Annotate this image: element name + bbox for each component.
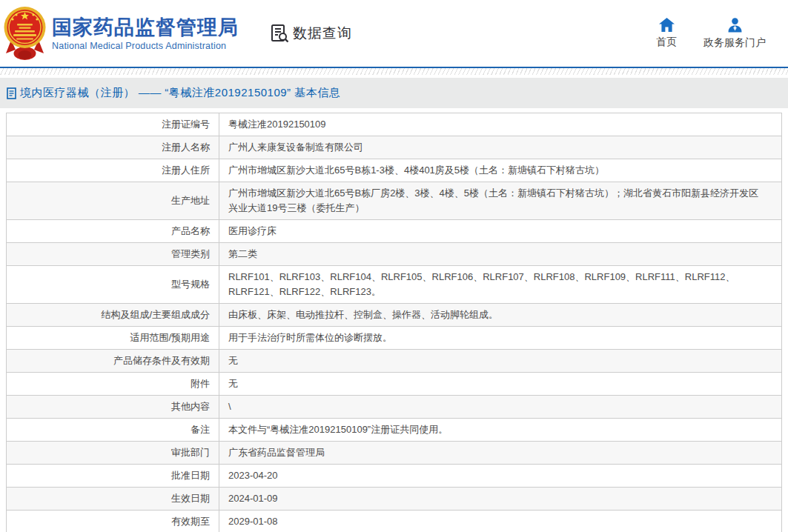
field-value: 本文件与“粤械注准20192150109”注册证共同使用。 [219, 419, 782, 442]
table-row: 适用范围/预期用途 用于手法治疗时所需体位的诊断摆放。 [7, 327, 782, 350]
table-row: 注册人名称 广州人来康复设备制造有限公司 [7, 136, 782, 159]
field-label: 其他内容 [7, 396, 219, 419]
field-label: 结构及组成/主要组成成分 [7, 304, 219, 327]
table-row: 注册证编号 粤械注准20192150109 [7, 113, 782, 136]
field-value: 2023-04-20 [219, 465, 782, 488]
field-value: 广东省药品监督管理局 [219, 442, 782, 465]
table-row: 其他内容 \ [7, 396, 782, 419]
header-right-nav: 首页 政务服务门户 [656, 18, 775, 50]
field-label: 注册人住所 [7, 159, 219, 182]
table-row: 产品储存条件及有效期 无 [7, 350, 782, 373]
site-header: 国家药品监督管理局 National Medical Products Admi… [0, 0, 788, 67]
nav-home-label: 首页 [656, 36, 677, 49]
field-label: 产品名称 [7, 220, 219, 243]
field-label: 注册证编号 [7, 113, 219, 136]
field-value: 广州市增城区新沙大道北65号B栋厂房2楼、3楼、4楼、5楼（土名：新塘镇石下村猪… [219, 182, 782, 220]
detail-table-wrap: 注册证编号 粤械注准20192150109 注册人名称 广州人来康复设备制造有限… [6, 113, 782, 532]
nav-portal[interactable]: 政务服务门户 [703, 18, 766, 50]
data-query-label: 数据查询 [293, 24, 352, 43]
nav-home[interactable]: 首页 [656, 18, 677, 49]
national-emblem-icon [4, 6, 46, 61]
field-value: 由床板、床架、电动推拉杆、控制盒、操作器、活动脚轮组成。 [219, 304, 782, 327]
field-value: 粤械注准20192150109 [219, 113, 782, 136]
field-value: 无 [219, 373, 782, 396]
field-label: 有效期至 [7, 511, 219, 532]
field-value: 第二类 [219, 243, 782, 266]
table-row: 批准日期 2023-04-20 [7, 465, 782, 488]
field-value: 2024-01-09 [219, 488, 782, 511]
table-row: 结构及组成/主要组成成分 由床板、床架、电动推拉杆、控制盒、操作器、活动脚轮组成… [7, 304, 782, 327]
field-label: 附件 [7, 373, 219, 396]
hatch-band [0, 68, 788, 75]
agency-name-en: National Medical Products Administration [52, 41, 239, 51]
field-label: 审批部门 [7, 442, 219, 465]
detail-table: 注册证编号 粤械注准20192150109 注册人名称 广州人来康复设备制造有限… [6, 113, 782, 532]
document-icon [7, 87, 16, 99]
breadcrumb-text: 境内医疗器械（注册） —— “粤械注准20192150109” 基本信息 [20, 86, 340, 100]
field-label: 产品储存条件及有效期 [7, 350, 219, 373]
table-row: 备注 本文件与“粤械注准20192150109”注册证共同使用。 [7, 419, 782, 442]
table-row: 型号规格 RLRF101、RLRF103、RLRF104、RLRF105、RLR… [7, 266, 782, 304]
field-label: 适用范围/预期用途 [7, 327, 219, 350]
home-icon [659, 18, 675, 32]
table-row: 审批部门 广东省药品监督管理局 [7, 442, 782, 465]
field-label: 备注 [7, 419, 219, 442]
field-value: RLRF101、RLRF103、RLRF104、RLRF105、RLRF106、… [219, 266, 782, 304]
field-value: 用于手法治疗时所需体位的诊断摆放。 [219, 327, 782, 350]
document-search-icon [270, 24, 290, 44]
agency-title-block: 国家药品监督管理局 National Medical Products Admi… [52, 16, 239, 51]
field-value: \ [219, 396, 782, 419]
field-value: 广州人来康复设备制造有限公司 [219, 136, 782, 159]
field-label: 生产地址 [7, 182, 219, 220]
field-label: 注册人名称 [7, 136, 219, 159]
table-row: 注册人住所 广州市增城区新沙大道北65号B栋1-3楼、4楼401房及5楼（土名：… [7, 159, 782, 182]
field-label: 管理类别 [7, 243, 219, 266]
detail-table-body: 注册证编号 粤械注准20192150109 注册人名称 广州人来康复设备制造有限… [7, 113, 782, 532]
breadcrumb: 境内医疗器械（注册） —— “粤械注准20192150109” 基本信息 [0, 78, 788, 108]
table-row: 附件 无 [7, 373, 782, 396]
table-row: 有效期至 2029-01-08 [7, 511, 782, 532]
field-label: 批准日期 [7, 465, 219, 488]
field-label: 生效日期 [7, 488, 219, 511]
data-query-nav[interactable]: 数据查询 [270, 24, 352, 44]
agency-name-zh: 国家药品监督管理局 [52, 16, 239, 39]
field-value: 2029-01-08 [219, 511, 782, 532]
table-row: 产品名称 医用诊疗床 [7, 220, 782, 243]
agency-logo[interactable]: 国家药品监督管理局 National Medical Products Admi… [4, 6, 239, 61]
table-row: 生产地址 广州市增城区新沙大道北65号B栋厂房2楼、3楼、4楼、5楼（土名：新塘… [7, 182, 782, 220]
field-label: 型号规格 [7, 266, 219, 304]
field-value: 无 [219, 350, 782, 373]
table-row: 生效日期 2024-01-09 [7, 488, 782, 511]
user-icon [727, 18, 743, 33]
nav-portal-label: 政务服务门户 [703, 36, 766, 50]
field-value: 广州市增城区新沙大道北65号B栋1-3楼、4楼401房及5楼（土名：新塘镇石下村… [219, 159, 782, 182]
field-value: 医用诊疗床 [219, 220, 782, 243]
table-row: 管理类别 第二类 [7, 243, 782, 266]
